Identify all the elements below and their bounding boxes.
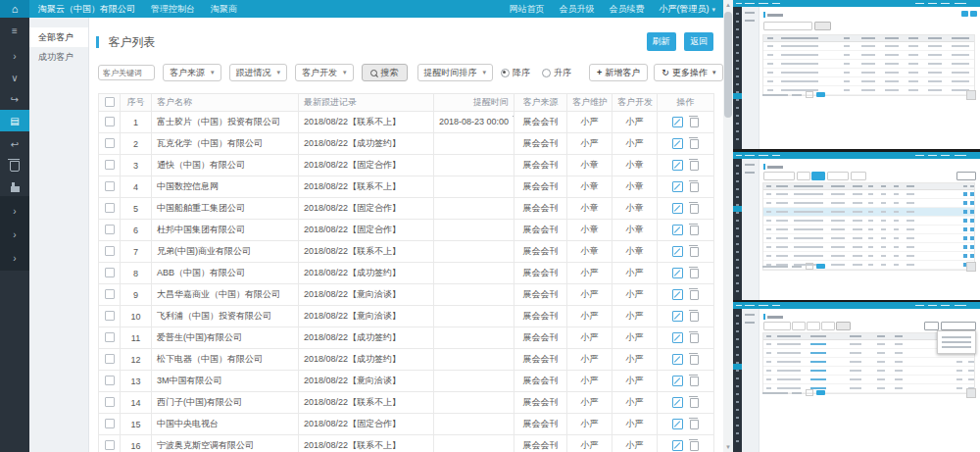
refresh-button[interactable]: 刷新 — [647, 32, 676, 51]
edit-icon[interactable] — [672, 397, 683, 408]
chevron-right-icon[interactable]: › — [0, 247, 29, 269]
delete-icon[interactable] — [690, 333, 699, 343]
edit-icon[interactable] — [672, 160, 683, 171]
trash-icon[interactable] — [0, 155, 29, 176]
row-checkbox[interactable] — [105, 225, 115, 234]
edit-icon[interactable] — [672, 419, 683, 429]
edit-icon[interactable] — [672, 181, 683, 192]
row-checkbox[interactable] — [105, 138, 115, 148]
chevron-right-icon[interactable]: › — [0, 45, 29, 67]
scroll-down-icon[interactable]: ▼ — [723, 442, 733, 452]
delete-icon[interactable] — [690, 269, 699, 278]
customers-list-icon[interactable]: ▤ — [0, 110, 29, 131]
edit-icon[interactable] — [672, 268, 683, 278]
home-icon: ⌂ — [12, 3, 19, 15]
row-checkbox[interactable] — [105, 376, 115, 385]
edit-icon[interactable] — [672, 117, 683, 127]
delete-icon[interactable] — [690, 312, 699, 322]
row-checkbox[interactable] — [105, 440, 115, 450]
sign-in-icon[interactable]: ↪ — [0, 88, 29, 110]
chevron-right-icon[interactable]: › — [0, 224, 29, 245]
sidebar-item-success-customers[interactable]: 成功客户 — [29, 47, 88, 67]
select-all-checkbox[interactable] — [105, 97, 115, 107]
row-checkbox[interactable] — [105, 311, 115, 321]
customer-developer: 小章 — [612, 155, 658, 176]
nav-admin-console[interactable]: 管理控制台 — [151, 3, 195, 16]
customer-maintainer: 小严 — [567, 392, 612, 414]
scrollbar-thumb[interactable] — [724, 12, 732, 118]
row-checkbox[interactable] — [105, 268, 115, 277]
delete-icon[interactable] — [690, 118, 699, 127]
edit-icon[interactable] — [672, 203, 683, 214]
row-actions — [658, 392, 714, 414]
edit-icon[interactable] — [672, 225, 683, 235]
row-checkbox[interactable] — [105, 160, 115, 170]
nav-mall[interactable]: 淘聚商 — [211, 3, 237, 16]
keyword-input[interactable] — [98, 65, 155, 80]
customer-maintainer: 小严 — [567, 284, 612, 306]
sign-out-icon[interactable]: ↩ — [0, 133, 29, 155]
menu-icon[interactable]: ≡ — [0, 20, 29, 41]
table-row: 9大昌华嘉商业（中国）有限公司2018/08/22【意向洽谈】展会会刊小严小严 — [99, 284, 714, 306]
scroll-up-icon[interactable]: ▲ — [723, 0, 733, 10]
row-checkbox[interactable] — [105, 397, 115, 407]
home-button[interactable]: ⌂ — [0, 0, 29, 18]
back-button[interactable]: 返回 — [684, 32, 713, 51]
source-select[interactable]: 客户来源 — [163, 64, 221, 81]
followup-select[interactable]: 跟进情况 — [229, 64, 288, 81]
delete-icon[interactable] — [690, 420, 699, 429]
edit-icon[interactable] — [672, 289, 683, 300]
edit-icon[interactable] — [672, 354, 683, 365]
row-checkbox[interactable] — [105, 203, 115, 213]
edit-icon[interactable] — [672, 138, 683, 149]
delete-icon[interactable] — [690, 290, 699, 300]
sort-asc-radio[interactable]: 升序 — [542, 67, 571, 79]
mini-table — [762, 182, 975, 271]
mini-sidebar — [733, 309, 742, 452]
chevron-right-icon[interactable]: › — [0, 200, 29, 222]
edit-icon[interactable] — [672, 311, 683, 322]
delete-icon[interactable] — [690, 161, 699, 171]
edit-icon[interactable] — [672, 376, 683, 386]
chevron-down-icon[interactable]: ∨ — [0, 67, 29, 88]
customer-name: 瓦克化学（中国）有限公司 — [152, 133, 299, 155]
add-customer-button[interactable]: 新增客户 — [589, 64, 648, 81]
delete-icon[interactable] — [690, 182, 699, 192]
row-checkbox[interactable] — [105, 181, 115, 191]
more-actions-button[interactable]: 更多操作 — [654, 64, 723, 81]
edit-icon[interactable] — [672, 440, 683, 451]
row-checkbox-cell — [99, 284, 121, 306]
page-title: 客户列表 — [108, 35, 155, 49]
row-checkbox[interactable] — [105, 117, 115, 126]
thumb-up-icon[interactable] — [0, 176, 29, 198]
company-brand[interactable]: 淘聚云（中国）有限公司 — [38, 3, 135, 16]
user-menu[interactable]: 小严(管理员) — [659, 3, 715, 16]
develop-select[interactable]: 客户开发 — [295, 64, 354, 81]
row-checkbox[interactable] — [105, 289, 115, 299]
edit-icon[interactable] — [672, 246, 683, 257]
delete-icon[interactable] — [690, 247, 699, 257]
sort-select[interactable]: 提醒时间排序 — [417, 64, 494, 81]
edit-icon[interactable] — [672, 332, 683, 343]
row-checkbox[interactable] — [105, 246, 115, 256]
nav-member-renew[interactable]: 会员续费 — [609, 3, 644, 16]
nav-member-upgrade[interactable]: 会员升级 — [559, 3, 594, 16]
delete-icon[interactable] — [690, 398, 699, 408]
delete-icon[interactable] — [690, 204, 699, 214]
search-button[interactable]: 搜索 — [362, 64, 408, 81]
sidebar-item-all-customers[interactable]: 全部客户 — [29, 27, 88, 47]
delete-icon[interactable] — [690, 355, 699, 365]
row-checkbox[interactable] — [105, 419, 115, 428]
row-actions — [658, 133, 714, 155]
delete-icon[interactable] — [690, 226, 699, 235]
delete-icon[interactable] — [690, 377, 699, 386]
delete-icon[interactable] — [690, 441, 699, 451]
vertical-scrollbar[interactable]: ▲ ▼ — [723, 0, 733, 452]
row-checkbox[interactable] — [105, 332, 115, 342]
customer-developer: 小章 — [612, 176, 658, 198]
sort-desc-radio[interactable]: 降序 — [501, 67, 530, 79]
row-checkbox[interactable] — [105, 354, 115, 364]
reminder-time — [434, 176, 514, 198]
nav-site-home[interactable]: 网站首页 — [509, 3, 544, 16]
delete-icon[interactable] — [690, 139, 699, 149]
